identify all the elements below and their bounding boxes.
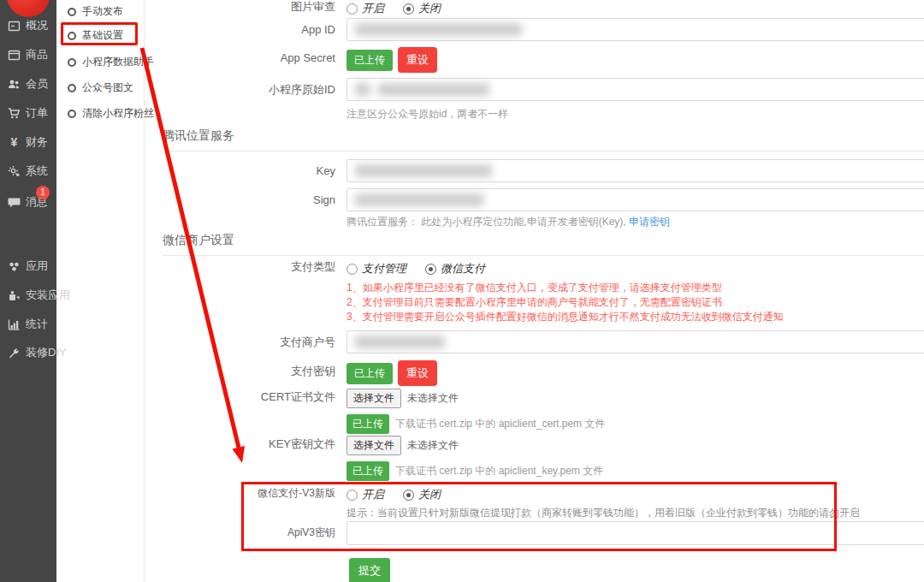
tencent-location-hint: 腾讯位置服务： 此处为小程序定位功能,申请开发者密钥(Key), 申请密钥 [346,215,924,229]
radio-bullet-icon [68,110,76,118]
cert-file-label: CERT证书文件 [145,389,335,406]
masked-value [355,193,483,206]
members-icon [8,78,21,91]
cert-file-choose-button[interactable]: 选择文件 [346,389,401,408]
radio-off-icon [346,490,358,501]
pay-type-radio-wechat[interactable]: 微信支付 [425,261,485,276]
radio-option-label: 开启 [362,487,384,502]
masked-value [355,83,370,96]
key-file-choose-button[interactable]: 选择文件 [346,436,401,455]
sidebar-item-finance[interactable]: ¥ 财务 [8,134,48,150]
submenu-item-clear-miniprogram-fans[interactable]: 清除小程序粉丝 [68,106,154,121]
radio-bullet-icon [68,58,76,67]
submenu-item-label: 清除小程序粉丝 [82,106,154,121]
radio-off-icon [346,3,358,15]
pay-key-uploaded-button[interactable]: 已上传 [346,363,393,384]
cert-file-uploaded-badge: 已上传 [346,414,389,434]
system-icon [8,165,21,178]
overview-icon [8,20,21,33]
cert-file-no-file-text: 未选择文件 [407,392,459,404]
sidebar-item-label: 应用 [26,258,48,274]
key-file-hint: 下载证书 cert.zip 中的 apiclient_key.pem 文件 [395,465,603,477]
submenu-item-basic-settings[interactable]: 基础设置 [68,28,123,43]
tencent-key-label: Key [145,159,335,182]
pay-key-label: 支付密钥 [145,360,335,383]
sidebar-item-install-apps[interactable]: 安装应用 [8,288,70,303]
radio-on-icon [425,264,436,275]
radio-option-label: 关闭 [418,1,441,16]
key-file-uploaded-badge: 已上传 [346,461,389,481]
submenu-item-label: 手动发布 [82,4,123,19]
finance-icon: ¥ [8,135,21,149]
store-avatar[interactable] [7,0,50,17]
orders-icon [8,107,21,120]
masked-value [355,336,445,348]
sidebar-item-stats[interactable]: 统计 [8,317,48,332]
image-review-radio-off[interactable]: 关闭 [403,1,441,16]
message-count-badge: 1 [36,186,50,199]
radio-option-label: 支付管理 [362,261,406,276]
submit-button[interactable]: 提交 [349,558,390,582]
sidebar-item-label: 会员 [26,76,48,92]
image-review-radio-on[interactable]: 开启 [346,1,384,16]
submenu-item-miniprogram-data-assistant[interactable]: 小程序数据助手 [68,55,154,69]
sidebar-item-orders[interactable]: 订单 [8,105,48,121]
sidebar-item-label: 安装应用 [26,288,70,303]
mp-original-id-hint: 注意区分公众号原始id，两者不一样 [346,107,924,122]
submenu-item-official-account-articles[interactable]: 公众号图文 [68,80,133,95]
sidebar-item-label: 系统 [26,163,48,179]
diy-wrench-icon [8,347,21,359]
radio-option-label: 关闭 [418,487,441,502]
pay-type-note-3: 3、支付管理需要开启公众号插件配置好微信的消息通知才行不然支付成功无法收到微信支… [346,310,924,324]
v3-radio-on[interactable]: 开启 [346,487,384,502]
sidebar-item-label: 商品 [26,47,48,62]
mp-original-id-input[interactable] [346,78,924,101]
mp-original-id-label: 小程序原始ID [145,78,335,101]
apiv3-key-label: ApiV3密钥 [145,521,335,544]
apply-key-link[interactable]: 申请密钥 [629,216,670,228]
merchant-id-input[interactable] [346,330,924,353]
app-secret-uploaded-button[interactable]: 已上传 [346,50,393,71]
submenu-item-label: 小程序数据助手 [82,55,154,69]
main-sidebar: 概况 商品 会员 订单 ¥ 财务 系统 消息 1 应用 安装应用 统计 装修DI… [0,0,56,582]
pay-type-note-1: 1、如果小程序里已经没有了微信支付入口，变成了支付管理，请选择支付管理类型 [346,281,924,295]
radio-option-label: 微信支付 [441,261,485,276]
products-icon [8,49,21,62]
sidebar-item-apps[interactable]: 应用 [8,258,48,274]
tencent-sign-input[interactable] [346,188,924,211]
sidebar-item-overview[interactable]: 概况 [8,18,48,33]
apps-icon [8,260,21,273]
pay-key-reset-button[interactable]: 重设 [398,360,437,386]
app-secret-reset-button[interactable]: 重设 [398,47,437,73]
sidebar-item-members[interactable]: 会员 [8,76,48,92]
sidebar-item-products[interactable]: 商品 [8,47,48,62]
sidebar-item-label: 概况 [26,18,48,33]
radio-on-icon [403,3,414,15]
submenu-item-manual-publish[interactable]: 手动发布 [68,4,123,19]
tencent-key-input[interactable] [346,159,924,182]
app-secret-label: App Secret [145,47,335,69]
pay-type-radio-management[interactable]: 支付管理 [346,261,406,276]
stats-icon [8,318,21,331]
wechat-pay-v3-label: 微信支付-V3新版 [145,486,335,500]
section-title-tencent-location: 腾讯位置服务 [163,128,924,151]
app-id-input[interactable] [346,18,924,41]
messages-icon [8,196,21,209]
sidebar-item-label: 统计 [26,317,48,332]
submenu-item-label: 基础设置 [82,28,123,43]
submenu-item-label: 公众号图文 [82,80,133,95]
merchant-id-label: 支付商户号 [145,330,335,353]
image-review-label: 图片审查 [145,0,335,13]
pay-type-note-2: 2、支付管理目前只需要配置小程序里申请的商户号就能支付了，无需配置密钥证书 [346,295,924,310]
apiv3-key-input[interactable] [346,521,924,545]
app-id-label: App ID [145,18,335,41]
settings-form: 图片审查 开启 关闭 App ID App Secret 已上传重设 小程序原始… [145,0,924,582]
sidebar-item-system[interactable]: 系统 [8,163,48,179]
sidebar-item-diy[interactable]: 装修DIY [8,345,67,360]
tencent-location-hint-text: 腾讯位置服务： 此处为小程序定位功能,申请开发者密钥(Key), [346,216,629,228]
v3-radio-off[interactable]: 关闭 [403,487,441,502]
masked-value [355,23,522,36]
sidebar-item-label: 装修DIY [26,345,67,360]
radio-bullet-icon [68,84,76,92]
tencent-sign-label: Sign [145,188,335,211]
